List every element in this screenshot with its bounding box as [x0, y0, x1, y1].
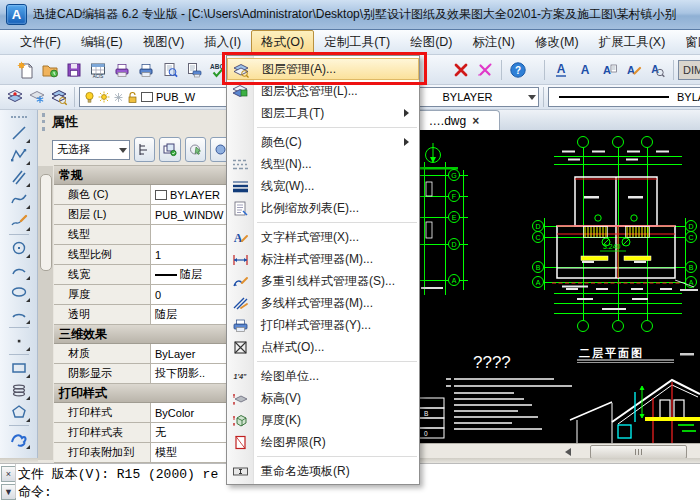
menu-item-drawing-limits[interactable]: 绘图界限(R): [227, 431, 419, 453]
prop-row-plot-table[interactable]: 打印样式表无: [54, 423, 231, 443]
menu-edit[interactable]: 编辑(E): [71, 30, 133, 55]
select-objects-button[interactable]: [159, 137, 180, 162]
layer-unlock-icon[interactable]: [127, 91, 138, 104]
menu-item-layer-manager[interactable]: 图层管理(A)...: [227, 58, 419, 80]
open-file-button[interactable]: [38, 58, 62, 82]
menu-item-lineweight[interactable]: 线宽(W)...: [227, 175, 419, 197]
prop-row-linetype-scale[interactable]: 线型比例1: [54, 245, 231, 265]
properties-panel-title[interactable]: 属性: [38, 110, 231, 134]
layers-button[interactable]: [4, 86, 26, 108]
arc-tool[interactable]: [7, 259, 31, 281]
prop-row-plot-style[interactable]: 打印样式ByColor: [54, 403, 231, 423]
menu-item-layer-tools[interactable]: 图层工具(T): [227, 102, 419, 124]
menu-item-layer-states[interactable]: 图层状态管理(L)...: [227, 80, 419, 102]
menu-item-mline-style[interactable]: 多线样式管理器(M)...: [227, 292, 419, 314]
help-button[interactable]: ?: [506, 58, 530, 82]
menu-modify[interactable]: 修改(M): [525, 30, 589, 55]
menu-item-text-style[interactable]: A 文字样式管理(X)...: [227, 226, 419, 248]
properties-scrollbar[interactable]: [38, 166, 53, 460]
delete-button[interactable]: [449, 58, 473, 82]
revision-cloud-tool[interactable]: [7, 428, 31, 450]
section-3d-effects[interactable]: 三维效果: [54, 325, 231, 344]
menu-item-linetype[interactable]: 线型(N)...: [227, 153, 419, 175]
titlebar[interactable]: A 迅捷CAD编辑器 6.2 专业版 - [C:\Users\Administr…: [0, 0, 700, 30]
color-combo-arrow-icon[interactable]: [528, 95, 536, 104]
menu-item-thickness[interactable]: 厚度(K): [227, 409, 419, 431]
menu-item-dim-style[interactable]: 标注样式管理器(M)...: [227, 248, 419, 270]
tab-close-icon[interactable]: ×: [472, 115, 479, 127]
point-tool[interactable]: [7, 330, 31, 352]
ellipse-tool[interactable]: [7, 281, 31, 303]
menu-item-units[interactable]: 1'4" 绘图单位...: [227, 365, 419, 387]
menu-draw[interactable]: 绘图(D): [400, 30, 462, 55]
helix-tool[interactable]: [7, 379, 31, 401]
ellipse-arc-tool[interactable]: [7, 303, 31, 325]
rectangle-tool[interactable]: [7, 357, 31, 379]
command-prompt[interactable]: 命令:: [18, 483, 52, 500]
menu-custom-tools[interactable]: 定制工具(T): [314, 30, 400, 55]
menu-format[interactable]: 格式(O): [251, 30, 314, 55]
layer-thaw-sun-icon[interactable]: [98, 91, 110, 103]
menu-item-elevation[interactable]: 标高(V): [227, 387, 419, 409]
section-general[interactable]: 常规: [54, 166, 231, 185]
prop-row-lineweight[interactable]: 线宽随层: [54, 265, 231, 285]
plot-button[interactable]: [110, 58, 134, 82]
prop-row-color[interactable]: 颜色 (C)BYLAYER: [54, 185, 231, 205]
layer-freeze-snowflake-icon[interactable]: [113, 92, 124, 103]
prop-row-layer[interactable]: 图层 (L)PUB_WINDW: [54, 205, 231, 225]
text-style-button[interactable]: A: [573, 58, 597, 82]
menu-item-color[interactable]: 颜色(C): [227, 131, 419, 153]
menu-express-tools[interactable]: 扩展工具(X): [589, 30, 676, 55]
menu-item-point-style[interactable]: 点样式(O)...: [227, 336, 419, 358]
section-plot-style[interactable]: 打印样式: [54, 384, 231, 403]
menu-item-plot-style[interactable]: 打印样式管理器(Y)...: [227, 314, 419, 336]
sketch-tool[interactable]: [7, 210, 31, 232]
layer-on-bulb-icon[interactable]: [84, 91, 95, 104]
line-tool[interactable]: [7, 122, 31, 144]
batch-print-button[interactable]: [182, 58, 206, 82]
menu-dimension[interactable]: 标注(N): [463, 30, 525, 55]
toggle-pickadd-button[interactable]: [134, 137, 155, 162]
document-tab[interactable]: ….dwg ×: [408, 110, 500, 130]
menu-file[interactable]: 文件(F): [10, 30, 71, 55]
text-style-underline-button[interactable]: A: [549, 58, 573, 82]
menu-insert[interactable]: 插入(I): [194, 30, 251, 55]
linetype-combo[interactable]: BYLAYER: [548, 87, 700, 107]
polygon-tool[interactable]: [7, 401, 31, 423]
print-preview-button[interactable]: [158, 58, 182, 82]
prop-row-linetype[interactable]: 线型: [54, 225, 231, 245]
prop-row-shadow[interactable]: 阴影显示投下阴影..: [54, 364, 231, 384]
prop-row-plot-attach[interactable]: 打印表附加到模型: [54, 443, 231, 463]
layer-manager-button[interactable]: [48, 86, 70, 108]
command-close-button[interactable]: ×: [1, 466, 16, 482]
acis-export-button[interactable]: ACIS: [86, 58, 110, 82]
selection-combo-arrow-icon[interactable]: [119, 148, 127, 157]
menu-view[interactable]: 视图(V): [133, 30, 195, 55]
scrollbar-thumb[interactable]: [590, 445, 687, 459]
menu-window[interactable]: 窗口(W): [675, 30, 700, 55]
command-collapse-button[interactable]: ▼: [1, 484, 16, 500]
quick-select-button[interactable]: [185, 137, 206, 162]
prop-row-transparency[interactable]: 透明随层: [54, 305, 231, 325]
prop-row-material[interactable]: 材质ByLayer: [54, 344, 231, 364]
selection-combo[interactable]: 无选择: [52, 140, 130, 160]
spline-tool[interactable]: [7, 188, 31, 210]
circle-tool[interactable]: [7, 237, 31, 259]
text-edit-button[interactable]: A: [621, 58, 645, 82]
polyline-tool[interactable]: [7, 144, 31, 166]
scrollbar-thumb[interactable]: [40, 174, 52, 271]
toolbar-grip[interactable]: [11, 116, 27, 118]
print-button[interactable]: [134, 58, 158, 82]
purge-button[interactable]: [473, 58, 497, 82]
new-file-button[interactable]: [14, 58, 38, 82]
layer-freeze-button[interactable]: [26, 86, 48, 108]
menu-item-rename-palette[interactable]: 重命名选项板(R): [227, 460, 419, 482]
prop-row-thickness[interactable]: 厚度0: [54, 285, 231, 305]
double-line-tool[interactable]: [7, 166, 31, 188]
menu-item-mleader-style[interactable]: 多重引线样式管理器(S)...: [227, 270, 419, 292]
text-style-combo[interactable]: DIM_FO: [678, 60, 700, 80]
text-annotate-button[interactable]: A: [597, 58, 621, 82]
scroll-left-arrow[interactable]: [558, 446, 574, 457]
text-find-button[interactable]: A: [645, 58, 669, 82]
menu-item-scale-list[interactable]: 比例缩放列表(E)...: [227, 197, 419, 219]
